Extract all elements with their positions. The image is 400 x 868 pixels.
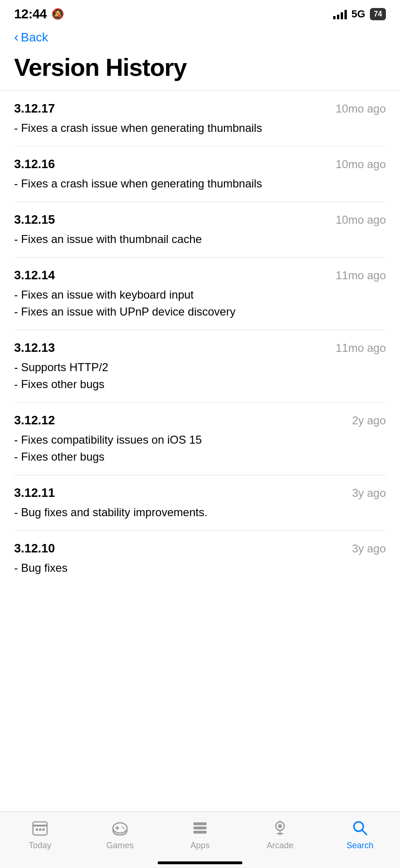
version-notes: - Fixes a crash issue when generating th…	[14, 175, 386, 192]
svg-rect-1	[33, 825, 47, 827]
version-time: 10mo ago	[336, 213, 386, 227]
version-note-line: - Fixes an issue with keyboard input	[14, 286, 386, 303]
version-notes: - Bug fixes and stability improvements.	[14, 504, 386, 521]
status-bar: 12:44 🔕 5G 74	[0, 0, 400, 25]
svg-point-15	[278, 824, 282, 828]
svg-rect-11	[193, 822, 207, 825]
version-time: 11mo ago	[336, 341, 386, 355]
arcade-icon	[270, 818, 290, 838]
status-time: 12:44	[14, 7, 47, 22]
games-icon	[110, 818, 130, 838]
version-header: 3.12.1710mo ago	[14, 101, 386, 116]
version-header: 3.12.1411mo ago	[14, 268, 386, 283]
network-label: 5G	[352, 8, 365, 20]
version-number: 3.12.12	[14, 413, 55, 428]
page-title: Version History	[0, 49, 400, 90]
version-item: 3.12.1311mo ago- Supports HTTP/2- Fixes …	[14, 330, 386, 403]
version-item: 3.12.103y ago- Bug fixes	[14, 531, 386, 586]
version-time: 3y ago	[352, 542, 386, 555]
tab-apps[interactable]: Apps	[160, 818, 240, 851]
version-note-line: - Fixes a crash issue when generating th…	[14, 120, 386, 137]
version-item: 3.12.1610mo ago- Fixes a crash issue whe…	[14, 146, 386, 202]
version-item: 3.12.113y ago- Bug fixes and stability i…	[14, 475, 386, 531]
version-item: 3.12.122y ago- Fixes compatibility issue…	[14, 403, 386, 475]
svg-rect-13	[193, 831, 207, 834]
version-note-line: - Fixes compatibility issues on iOS 15	[14, 431, 386, 448]
version-number: 3.12.13	[14, 341, 55, 355]
tab-today[interactable]: Today	[0, 818, 80, 851]
version-note-line: - Fixes an issue with thumbnail cache	[14, 231, 386, 248]
svg-rect-4	[42, 828, 45, 831]
version-notes: - Supports HTTP/2- Fixes other bugs	[14, 359, 386, 393]
version-note-line: - Fixes other bugs	[14, 448, 386, 465]
version-notes: - Fixes a crash issue when generating th…	[14, 120, 386, 137]
tab-arcade[interactable]: Arcade	[240, 818, 320, 851]
version-header: 3.12.1510mo ago	[14, 212, 386, 227]
version-header: 3.12.103y ago	[14, 541, 386, 556]
version-header: 3.12.1311mo ago	[14, 341, 386, 355]
version-number: 3.12.10	[14, 541, 55, 556]
version-time: 11mo ago	[336, 269, 386, 282]
tab-search[interactable]: Search	[320, 818, 400, 851]
version-number: 3.12.14	[14, 268, 55, 283]
version-time: 10mo ago	[336, 102, 386, 115]
tab-bar: Today Games Apps	[0, 811, 400, 868]
home-indicator	[158, 861, 242, 864]
version-item: 3.12.1510mo ago- Fixes an issue with thu…	[14, 202, 386, 258]
version-list: 3.12.1710mo ago- Fixes a crash issue whe…	[0, 91, 400, 586]
version-notes: - Fixes an issue with thumbnail cache	[14, 231, 386, 248]
signal-icon	[333, 9, 347, 19]
today-icon	[30, 818, 50, 838]
tab-games[interactable]: Games	[80, 818, 160, 851]
version-time: 3y ago	[352, 487, 386, 500]
version-number: 3.12.16	[14, 157, 55, 171]
version-note-line: - Fixes other bugs	[14, 376, 386, 393]
version-header: 3.12.1610mo ago	[14, 157, 386, 171]
tab-arcade-label: Arcade	[266, 841, 293, 851]
version-time: 2y ago	[352, 414, 386, 427]
back-chevron-icon: ‹	[14, 30, 18, 45]
version-notes: - Fixes compatibility issues on iOS 15- …	[14, 431, 386, 465]
version-item: 3.12.1411mo ago- Fixes an issue with key…	[14, 258, 386, 330]
svg-point-9	[123, 828, 125, 829]
version-number: 3.12.15	[14, 212, 55, 227]
svg-rect-12	[193, 827, 207, 829]
version-note-line: - Fixes an issue with UPnP device discov…	[14, 303, 386, 320]
svg-point-5	[113, 823, 127, 833]
svg-line-20	[362, 830, 367, 835]
svg-rect-3	[39, 828, 41, 831]
version-time: 10mo ago	[336, 158, 386, 171]
status-icons: 5G 74	[333, 8, 386, 20]
mute-icon: 🔕	[51, 8, 64, 20]
version-notes: - Bug fixes	[14, 560, 386, 576]
battery-icon: 74	[370, 8, 386, 20]
version-number: 3.12.17	[14, 101, 55, 116]
tab-search-label: Search	[346, 841, 373, 851]
version-header: 3.12.113y ago	[14, 486, 386, 500]
version-item: 3.12.1710mo ago- Fixes a crash issue whe…	[14, 91, 386, 146]
back-label: Back	[21, 30, 48, 45]
version-note-line: - Bug fixes	[14, 560, 386, 576]
tab-today-label: Today	[29, 841, 51, 851]
tab-apps-label: Apps	[190, 841, 209, 851]
version-header: 3.12.122y ago	[14, 413, 386, 428]
version-note-line: - Fixes a crash issue when generating th…	[14, 175, 386, 192]
version-note-line: - Supports HTTP/2	[14, 359, 386, 376]
tab-games-label: Games	[106, 841, 134, 851]
svg-point-8	[122, 827, 123, 828]
version-number: 3.12.11	[14, 486, 55, 500]
apps-icon	[190, 818, 210, 838]
version-note-line: - Bug fixes and stability improvements.	[14, 504, 386, 521]
search-icon	[350, 818, 370, 838]
back-button[interactable]: ‹ Back	[0, 25, 400, 49]
svg-rect-2	[36, 828, 38, 831]
version-notes: - Fixes an issue with keyboard input- Fi…	[14, 286, 386, 320]
